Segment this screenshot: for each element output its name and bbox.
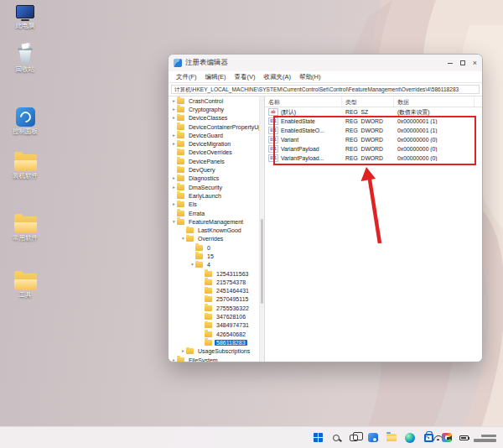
value-name-cell: 011Variant [265,136,342,143]
tree-item[interactable]: ▸DeviceGuard [169,131,259,139]
tree-item[interactable]: 3484974731 [169,321,259,330]
value-type-cell: REG_DWORD [342,128,394,133]
value-name-cell: 011VariantPayload... [265,154,342,162]
taskbar-search-icon[interactable] [329,429,344,446]
volume-icon[interactable] [447,435,454,442]
desktop-icon-folder-4[interactable]: 常用软件 [2,216,49,242]
tree-item[interactable]: 586118283 [169,338,259,346]
tree-item[interactable]: Errata [169,209,259,217]
taskbar-edge-icon[interactable] [402,429,417,446]
chevron-expanded-icon[interactable]: ▾ [171,219,177,225]
taskbar-file-explorer-icon[interactable] [384,429,399,446]
registry-value-row[interactable]: 011EnabledStateO...REG_DWORD0x00000001 (… [265,126,482,135]
tree-item[interactable]: EarlyLaunch [169,191,259,200]
taskbar-start-icon[interactable] [310,429,325,446]
battery-icon[interactable] [459,435,469,440]
tree-item[interactable]: 15 [169,252,259,260]
tree-item-label: 0 [205,245,212,251]
minimize-button[interactable] [448,63,453,64]
scrollbar-thumb[interactable] [261,219,263,304]
tree-item[interactable]: 347628106 [169,312,259,320]
tree-item[interactable]: 2570495115 [169,295,259,304]
tree-item-label: 2570495115 [215,296,250,302]
folder-icon [177,175,184,181]
chevron-expanded-icon[interactable]: ▾ [180,236,186,242]
tree-item[interactable]: 2451464431 [169,287,259,295]
network-icon[interactable] [433,435,442,440]
chevron-collapsed-icon[interactable]: ▸ [171,201,177,207]
maximize-button[interactable] [460,60,465,65]
registry-value-row[interactable]: 011VariantPayloadREG_DWORD0x00000000 (0) [265,144,482,154]
chevron-collapsed-icon[interactable]: ▸ [171,115,177,121]
registry-value-row[interactable]: 011VariantREG_DWORD0x00000000 (0) [265,135,482,144]
tray-chevron-icon[interactable]: ^ [425,435,428,441]
tree-item[interactable]: DevQuery [169,165,259,174]
tree-item[interactable]: ▸DeviceMigration [169,139,259,148]
tree-item[interactable]: DeviceContainerPropertyUpdateEvents [169,122,259,131]
menu-item-3[interactable]: 收藏夹(A) [260,73,296,81]
folder-icon [205,296,212,302]
taskbar-task-view-icon[interactable] [347,429,362,446]
column-header-1[interactable]: 类型 [342,96,394,107]
values-list-header: 名称类型数据 [265,96,482,107]
tree-item[interactable]: 426540682 [169,330,259,338]
registry-value-row[interactable]: 011EnabledStateREG_DWORD0x00000001 (1) [265,117,482,126]
value-name-text: EnabledStateO... [281,128,324,133]
menu-item-4[interactable]: 帮助(H) [295,73,324,81]
chevron-expanded-icon[interactable]: ▾ [189,262,195,268]
address-input[interactable]: 计算机\HKEY_LOCAL_MACHINE\SYSTEM\CurrentCon… [171,85,480,94]
registry-value-row[interactable]: 011VariantPayload...REG_DWORD0x00000000 … [265,154,482,163]
tree-item[interactable]: ▾4 [169,261,259,269]
reg-dword-icon: 011 [268,154,278,162]
desktop-icon-folder-3[interactable]: 装机软件 [2,154,49,180]
tree-item[interactable]: ▾Overrides [169,235,259,243]
desktop-icon-recycle-1[interactable]: 回收站 [2,44,49,73]
computer-icon [16,5,34,21]
chevron-collapsed-icon[interactable]: ▸ [171,141,177,147]
window-titlebar[interactable]: 注册表编辑器 × [169,55,482,71]
tree-item[interactable]: ▸DeviceClasses [169,114,259,122]
tree-item[interactable]: 0 [169,243,259,252]
desktop-icon-folder-5[interactable]: 工具 [2,273,49,299]
tree-item[interactable]: ▸CrashControl [169,96,259,105]
tree-item[interactable]: ▸Cryptography [169,105,259,113]
window-controls: × [448,60,477,67]
value-data-cell: 0x00000000 (0) [394,137,474,143]
tree-item[interactable]: ▸DmaSecurity [169,183,259,191]
tree-item[interactable]: ▸Diagnostics [169,175,259,183]
folder-icon [205,322,212,328]
tree-item-label: 1254311563 [215,271,250,277]
chevron-collapsed-icon[interactable]: ▸ [180,348,186,354]
clock-date-area[interactable] [474,435,496,442]
value-type-cell: REG_SZ [342,109,394,115]
chevron-collapsed-icon[interactable]: ▸ [171,175,177,181]
tree-item[interactable]: DeviceOverrides [169,148,259,157]
chevron-collapsed-icon[interactable]: ▸ [171,185,177,190]
tree-item[interactable]: ▸Els [169,201,259,209]
tree-item[interactable]: 215754378 [169,278,259,286]
paper-icon [22,43,29,49]
taskbar-widgets-icon[interactable] [366,429,381,446]
desktop-icon-app-2[interactable]: 控制面板 [2,107,49,135]
chevron-collapsed-icon[interactable]: ▸ [171,357,177,362]
column-header-0[interactable]: 名称 [265,96,342,107]
close-button[interactable]: × [473,60,477,67]
desktop-icon-label: 装机软件 [2,173,49,180]
tree-item[interactable]: 1254311563 [169,269,259,278]
menu-item-0[interactable]: 文件(F) [172,73,201,81]
registry-value-row[interactable]: ab(默认)REG_SZ(数值未设置) [265,107,482,117]
column-header-2[interactable]: 数据 [394,96,474,107]
tree-item[interactable]: DevicePanels [169,157,259,165]
chevron-collapsed-icon[interactable]: ▸ [171,133,177,138]
menu-item-2[interactable]: 查看(V) [231,73,260,81]
desktop-icon-computer-0[interactable]: 此电脑 [2,5,49,29]
menu-item-1[interactable]: 编辑(E) [201,73,231,81]
chevron-collapsed-icon[interactable]: ▸ [171,98,177,104]
tree-item[interactable]: ▾FeatureManagement [169,217,259,226]
tree-item[interactable]: ▸UsageSubscriptions [169,347,259,356]
value-data-cell: (数值未设置) [394,108,474,117]
tree-item[interactable]: LastKnownGood [169,226,259,234]
tree-item[interactable]: 2755536322 [169,304,259,312]
tree-item[interactable]: ▸FileSystem [169,356,259,362]
chevron-collapsed-icon[interactable]: ▸ [171,107,177,112]
